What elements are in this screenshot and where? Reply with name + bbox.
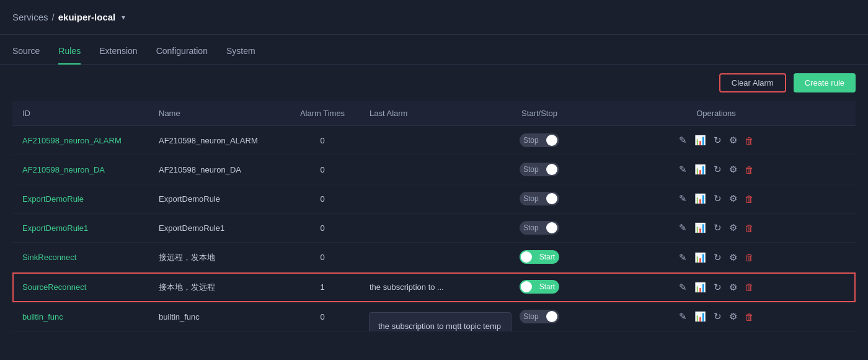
chart-icon[interactable]: 📊	[694, 222, 706, 233]
rules-table-container: ID Name Alarm Times Last Alarm Start/Sto…	[0, 101, 868, 331]
operations-group: ✎ 📊 ↻ ⚙ 🗑	[587, 252, 846, 263]
start-stop-toggle[interactable]: Stop	[520, 163, 559, 176]
operations-group: ✎ 📊 ↻ ⚙ 🗑	[587, 311, 846, 322]
chart-icon[interactable]: 📊	[694, 164, 706, 175]
edit-icon[interactable]: ✎	[679, 222, 687, 233]
alarm-times: 1	[285, 272, 360, 302]
refresh-icon[interactable]: ↻	[714, 164, 722, 175]
rule-id-link[interactable]: ExportDemoRule	[22, 194, 84, 204]
delete-icon[interactable]: 🗑	[745, 135, 754, 146]
refresh-icon[interactable]: ↻	[714, 282, 722, 293]
rule-name: AF210598_neuron_DA	[149, 155, 285, 184]
settings-icon[interactable]: ⚙	[729, 164, 737, 175]
start-stop-toggle[interactable]: Stop	[520, 310, 559, 323]
col-header-id: ID	[12, 101, 149, 126]
table-row: SinkReconnect 接远程，发本地 0 Start ✎ 📊 ↻ ⚙	[12, 243, 856, 272]
chart-icon[interactable]: 📊	[694, 252, 706, 263]
col-header-operations: Operations	[577, 101, 856, 126]
operations-group: ✎ 📊 ↻ ⚙ 🗑	[587, 282, 846, 293]
edit-icon[interactable]: ✎	[679, 311, 687, 322]
rule-id-link[interactable]: SourceReconnect	[22, 282, 86, 292]
chevron-down-icon[interactable]: ▾	[122, 13, 125, 22]
toggle-dot	[546, 222, 557, 233]
table-row: ExportDemoRule1 ExportDemoRule1 0 Stop ✎…	[12, 214, 856, 243]
breadcrumb-separator: /	[52, 12, 55, 22]
table-row-highlighted: SourceReconnect 接本地，发远程 1 the subscripti…	[12, 272, 856, 302]
settings-icon[interactable]: ⚙	[729, 135, 737, 146]
toggle-label: Stop	[521, 165, 541, 174]
rule-id-link[interactable]: ExportDemoRule1	[22, 223, 88, 233]
start-stop-toggle[interactable]: Stop	[520, 192, 559, 205]
delete-icon[interactable]: 🗑	[745, 252, 754, 263]
settings-icon[interactable]: ⚙	[729, 311, 737, 322]
rule-name: ExportDemoRule	[149, 184, 285, 214]
toggle-dot	[546, 164, 557, 175]
settings-icon[interactable]: ⚙	[729, 252, 737, 263]
chart-icon[interactable]: 📊	[694, 193, 706, 204]
operations-group: ✎ 📊 ↻ ⚙ 🗑	[587, 193, 846, 204]
toggle-dot	[546, 311, 557, 322]
refresh-icon[interactable]: ↻	[714, 135, 722, 146]
alarm-times: 0	[285, 302, 360, 331]
edit-icon[interactable]: ✎	[679, 252, 687, 263]
refresh-icon[interactable]: ↻	[714, 311, 722, 322]
alarm-times: 0	[285, 214, 360, 243]
alarm-text-truncated: the subscription to ...	[370, 282, 444, 292]
create-rule-button[interactable]: Create rule	[794, 73, 856, 92]
toggle-label: Stop	[521, 194, 541, 203]
rule-id-link[interactable]: SinkReconnect	[22, 253, 76, 262]
breadcrumb-services[interactable]: Services	[12, 12, 48, 22]
rule-name: builtin_func	[149, 302, 285, 331]
edit-icon[interactable]: ✎	[679, 164, 687, 175]
tab-system[interactable]: System	[226, 40, 255, 65]
edit-icon[interactable]: ✎	[679, 135, 687, 146]
rule-id-link[interactable]: builtin_func	[22, 312, 63, 322]
refresh-icon[interactable]: ↻	[714, 222, 722, 233]
edit-icon[interactable]: ✎	[679, 193, 687, 204]
settings-icon[interactable]: ⚙	[729, 282, 737, 293]
col-header-startstop: Start/Stop	[502, 101, 577, 126]
delete-icon[interactable]: 🗑	[745, 312, 754, 322]
delete-icon[interactable]: 🗑	[745, 223, 754, 233]
breadcrumb: Services / ekuiper-local ▾	[12, 12, 125, 22]
tab-configuration[interactable]: Configuration	[156, 40, 208, 65]
delete-icon[interactable]: 🗑	[745, 164, 754, 175]
tab-rules[interactable]: Rules	[58, 40, 81, 65]
refresh-icon[interactable]: ↻	[714, 252, 722, 263]
alarm-times: 0	[285, 243, 360, 272]
start-stop-toggle[interactable]: Stop	[520, 133, 559, 147]
alarm-times: 0	[285, 155, 360, 184]
delete-icon[interactable]: 🗑	[745, 194, 754, 204]
toggle-label: Stop	[521, 136, 541, 145]
rule-name: 接本地，发远程	[149, 272, 285, 302]
col-header-alarm-times: Alarm Times	[285, 101, 360, 126]
operations-group: ✎ 📊 ↻ ⚙ 🗑	[587, 135, 846, 146]
operations-group: ✎ 📊 ↻ ⚙ 🗑	[587, 164, 846, 175]
toggle-label: Stop	[521, 312, 541, 321]
breadcrumb-current: ekuiper-local	[58, 12, 116, 22]
operations-group: ✎ 📊 ↻ ⚙ 🗑	[587, 222, 846, 233]
toggle-label: Start	[537, 282, 557, 291]
tab-source[interactable]: Source	[12, 40, 40, 65]
toggle-label: Start	[537, 253, 557, 261]
start-stop-toggle[interactable]: Start	[520, 280, 559, 294]
header: Services / ekuiper-local ▾	[0, 0, 868, 35]
delete-icon[interactable]: 🗑	[745, 282, 754, 292]
tab-extension[interactable]: Extension	[99, 40, 137, 65]
last-alarm	[360, 126, 502, 155]
refresh-icon[interactable]: ↻	[714, 193, 722, 204]
settings-icon[interactable]: ⚙	[729, 193, 737, 204]
start-stop-toggle[interactable]: Start	[520, 250, 559, 264]
rule-id-link[interactable]: AF210598_neuron_DA	[22, 165, 105, 174]
chart-icon[interactable]: 📊	[694, 311, 706, 322]
rule-name: AF210598_neuron_ALARM	[149, 126, 285, 155]
toggle-dot	[546, 135, 557, 146]
clear-alarm-button[interactable]: Clear Alarm	[719, 73, 786, 92]
settings-icon[interactable]: ⚙	[729, 222, 737, 233]
rule-id-link[interactable]: AF210598_neuron_ALARM	[22, 136, 122, 145]
start-stop-toggle[interactable]: Stop	[520, 221, 559, 235]
rules-table: ID Name Alarm Times Last Alarm Start/Sto…	[12, 101, 856, 331]
chart-icon[interactable]: 📊	[694, 135, 706, 146]
chart-icon[interactable]: 📊	[694, 282, 706, 293]
edit-icon[interactable]: ✎	[679, 282, 687, 293]
